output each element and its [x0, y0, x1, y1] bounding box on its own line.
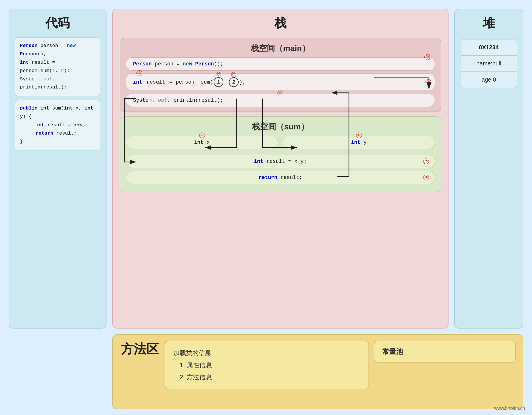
circle-4: ④	[199, 133, 205, 138]
sum-y-row: ⑥ int y	[283, 136, 435, 149]
stack-panel: 栈 栈空间（main） ① Person person = new Person…	[112, 9, 449, 329]
num2-wrapper: ⑤ 2	[228, 77, 239, 87]
person-kw: Person	[133, 61, 152, 67]
method-area-label: 方法区	[120, 341, 160, 358]
heap-name: name:null	[461, 55, 517, 71]
person2-kw: Person	[195, 61, 214, 67]
watermark: www.hnbian.cn	[494, 406, 525, 411]
code-line-4: public int sum(int x, int y) {	[20, 104, 95, 121]
stack-sum-space: 栈空间（sum） ④ int x ⑥ int y int result = x+…	[120, 116, 441, 192]
stack-main-row2: ⑨ ② int result = person. sum( ③ 1 ,	[126, 73, 435, 91]
circle-6: ⑥	[356, 133, 362, 138]
circle-9: ⑨	[136, 70, 142, 76]
heap-boxes: 0X1234 name:null age:0	[461, 39, 517, 88]
circle-7: ⑦	[423, 159, 429, 164]
num1-wrapper: ③ 1	[213, 77, 224, 87]
method-area-content: 加载类的信息 1. 属性信息 2. 方法信息	[165, 341, 369, 389]
main-container: 代码 Person person = new Person(); int res…	[0, 0, 532, 415]
heap-panel: 堆 0X1234 name:null age:0	[454, 9, 523, 329]
arg1-circle: 1	[214, 77, 223, 87]
heap-address: 0X1234	[461, 39, 517, 55]
stack-sum-title: 栈空间（sum）	[126, 121, 435, 132]
circle-10: ⑩	[278, 90, 283, 96]
sum-xy-row: ④ int x ⑥ int y	[126, 136, 435, 152]
sum-return-row: return result; ⑧	[126, 171, 435, 184]
constant-pool: 常量池	[374, 341, 516, 363]
method-area-title: 加载类的信息	[173, 347, 360, 359]
bottom-spacer	[9, 334, 107, 409]
bottom-row: 方法区 加载类的信息 1. 属性信息 2. 方法信息 常量池	[9, 334, 523, 409]
code-panel: 代码 Person person = new Person(); int res…	[9, 9, 107, 329]
out-italic: out	[158, 97, 167, 103]
circle-8: ⑧	[423, 175, 429, 180]
top-row: 代码 Person person = new Person(); int res…	[9, 9, 523, 329]
return-kw: return	[259, 175, 277, 180]
int-x-kw: int	[194, 139, 203, 145]
int-result-kw: int	[254, 159, 263, 164]
arg2-circle: 2	[229, 77, 239, 87]
circle-5: ⑤	[231, 72, 236, 77]
stack-main-title: 栈空间（main）	[126, 43, 435, 54]
code-line-2: int result = person.sum(1, 2);	[20, 59, 95, 75]
constant-pool-label: 常量池	[382, 347, 507, 356]
new-kw: new	[183, 61, 192, 67]
code-block-1: Person person = new Person(); int result…	[15, 37, 100, 96]
code-line-6: return result;	[24, 129, 95, 138]
code-line-3: System. out. println(result);	[20, 75, 95, 92]
method-area-item1: 1. 属性信息	[173, 359, 360, 371]
stack-title: 栈	[120, 15, 441, 31]
method-area-outer: 方法区 加载类的信息 1. 属性信息 2. 方法信息 常量池	[112, 334, 523, 409]
code-line-7: }	[20, 138, 95, 146]
int-kw: int	[133, 79, 142, 85]
code-line-5: int result = x+y;	[24, 121, 95, 129]
heap-title: 堆	[461, 15, 517, 31]
code-title: 代码	[15, 15, 100, 31]
code-block-2: public int sum(int x, int y) { int resul…	[15, 100, 100, 150]
result-var: result	[147, 79, 165, 85]
sum-result-row: int result = x+y; ⑦	[126, 155, 435, 168]
stack-main-row1: ① Person person = new Person();	[126, 57, 435, 71]
code-line-1: Person person = new Person();	[20, 42, 95, 59]
stack-main-row3: ⑩ System. out. println(result);	[126, 94, 435, 107]
heap-age: age:0	[461, 71, 517, 88]
circle-2: ②	[425, 79, 431, 85]
stack-main-space: 栈空间（main） ① Person person = new Person()…	[120, 38, 441, 112]
circle-1: ①	[424, 54, 430, 60]
circle-3: ③	[216, 72, 221, 77]
method-area-item2: 2. 方法信息	[173, 371, 360, 383]
int-y-kw: int	[351, 139, 360, 145]
sum-x-row: ④ int x	[126, 136, 278, 149]
